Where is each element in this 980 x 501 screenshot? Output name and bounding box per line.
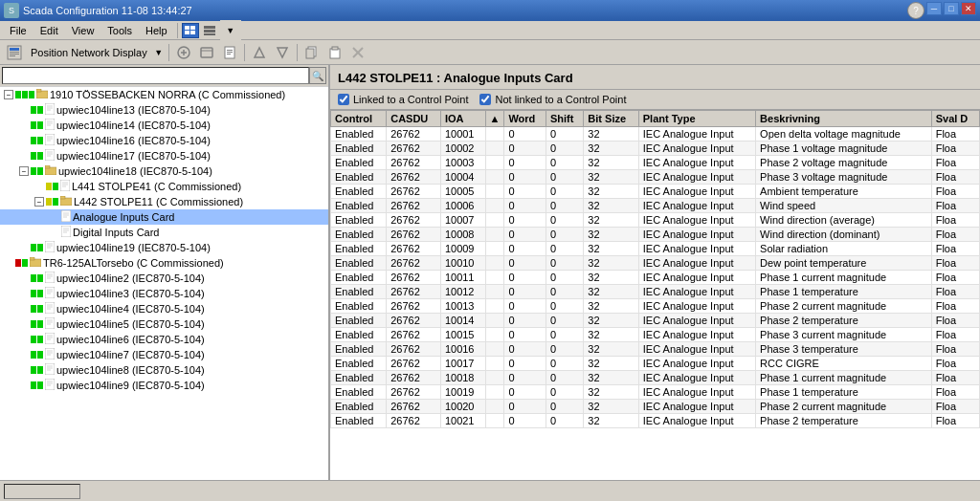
- table-container[interactable]: ControlCASDUIOA▲WordShiftBit SizePlant T…: [330, 110, 980, 480]
- table-cell-3-4: 0: [504, 170, 546, 185]
- tree-item-line5[interactable]: upwiec104line5 (IEC870-5-104): [0, 316, 328, 332]
- close-button[interactable]: ✕: [961, 2, 976, 15]
- table-row[interactable]: Enabled26762100140032IEC Analogue InputP…: [331, 314, 980, 328]
- tree-item-line19[interactable]: upwiec104line19 (IEC870-5-104): [0, 240, 328, 255]
- tree-item-label: upwiec104line4 (IEC870-5-104): [56, 303, 205, 315]
- table-cell-0-8: Open delta voltage magnitude: [756, 127, 932, 142]
- table-header-col-5[interactable]: Shift: [546, 111, 583, 127]
- table-row[interactable]: Enabled26762100060032IEC Analogue InputW…: [331, 199, 980, 213]
- filter-linked-checkbox[interactable]: [338, 94, 349, 105]
- tree-item-line14[interactable]: upwiec104line14 (IEC870-5-104): [0, 118, 328, 133]
- toolbar-btn-2[interactable]: [173, 42, 194, 63]
- table-header-col-1[interactable]: CASDU: [387, 111, 441, 127]
- search-button[interactable]: 🔍: [309, 67, 326, 84]
- svg-rect-9: [10, 52, 19, 53]
- table-row[interactable]: Enabled26762100190032IEC Analogue InputP…: [331, 385, 980, 400]
- tree-item-label: upwiec104line6 (IEC870-5-104): [56, 334, 205, 345]
- help-button[interactable]: ?: [907, 2, 924, 19]
- table-row[interactable]: Enabled26762100080032IEC Analogue InputW…: [331, 228, 980, 242]
- tree-item-L442[interactable]: −L442 STOLPE11 (C Commissioned): [0, 194, 328, 209]
- toolbar-copy-btn[interactable]: [301, 42, 323, 63]
- table-header-col-7[interactable]: Plant Type: [638, 111, 755, 127]
- table-row[interactable]: Enabled26762100100032IEC Analogue InputD…: [331, 256, 980, 271]
- search-input[interactable]: [2, 67, 309, 84]
- toolbar-paste-btn[interactable]: [324, 42, 345, 63]
- tree-item-line2[interactable]: upwiec104line2 (IEC870-5-104): [0, 271, 328, 286]
- toolbar-arrow-btn[interactable]: ▼: [220, 20, 241, 41]
- file-icon: [45, 241, 55, 254]
- tree-item-line4[interactable]: upwiec104line4 (IEC870-5-104): [0, 301, 328, 316]
- status-dot: [37, 305, 43, 313]
- tree-item-TR6[interactable]: TR6-125ALTorsebo (C Commissioned): [0, 255, 328, 271]
- table-header-col-0[interactable]: Control: [331, 111, 387, 127]
- table-row[interactable]: Enabled26762100150032IEC Analogue InputP…: [331, 328, 980, 342]
- tree-item-line18[interactable]: −upwiec104line18 (IEC870-5-104): [0, 163, 328, 179]
- table-cell-5-2: 10006: [440, 199, 485, 213]
- tree-item-line9[interactable]: upwiec104line9 (IEC870-5-104): [0, 378, 328, 393]
- tree-item-AnalogueInputs[interactable]: Analogue Inputs Card: [0, 209, 328, 225]
- expand-btn-1910[interactable]: −: [4, 90, 13, 99]
- tree-item-L441[interactable]: L441 STOLPE41 (C Commissioned): [0, 179, 328, 194]
- menu-tools[interactable]: Tools: [101, 23, 138, 38]
- toolbar-dropdown-arrow[interactable]: ▼: [153, 42, 165, 63]
- table-row[interactable]: Enabled26762100010032IEC Analogue InputO…: [331, 127, 980, 142]
- table-row[interactable]: Enabled26762100050032IEC Analogue InputA…: [331, 185, 980, 199]
- menu-edit[interactable]: Edit: [34, 23, 64, 38]
- toolbar-btn-3[interactable]: [196, 42, 217, 63]
- menu-file[interactable]: File: [4, 23, 33, 38]
- filter-unlinked-checkbox[interactable]: [479, 94, 491, 105]
- tree-item-1910[interactable]: −1910 TÖSSEBACKEN NORRA (C Commissioned): [0, 87, 328, 102]
- minimize-button[interactable]: ─: [926, 2, 942, 15]
- table-header-col-4[interactable]: Word: [504, 111, 546, 127]
- table-row[interactable]: Enabled26762100030032IEC Analogue InputP…: [331, 156, 980, 170]
- table-header-col-2[interactable]: IOA: [440, 111, 485, 127]
- expand-btn-line18[interactable]: −: [19, 166, 29, 176]
- table-cell-2-3: [485, 156, 504, 170]
- toolbar-btn-4[interactable]: [219, 42, 240, 63]
- toolbar-delete-btn[interactable]: [347, 42, 368, 63]
- table-cell-10-8: Phase 1 current magnitude: [756, 271, 932, 285]
- table-cell-2-2: 10003: [440, 156, 485, 170]
- tree-item-line8[interactable]: upwiec104line8 (IEC870-5-104): [0, 362, 328, 378]
- svg-rect-85: [45, 333, 55, 344]
- tree-item-line16[interactable]: upwiec104line16 (IEC870-5-104): [0, 133, 328, 148]
- toolbar-btn-5[interactable]: [249, 42, 270, 63]
- tree-container[interactable]: −1910 TÖSSEBACKEN NORRA (C Commissioned)…: [0, 87, 328, 480]
- tree-item-line7[interactable]: upwiec104line7 (IEC870-5-104): [0, 347, 328, 362]
- table-row[interactable]: Enabled26762100090032IEC Analogue InputS…: [331, 242, 980, 256]
- table-row[interactable]: Enabled26762100120032IEC Analogue InputP…: [331, 285, 980, 299]
- svg-rect-1: [190, 26, 195, 30]
- table-row[interactable]: Enabled26762100160032IEC Analogue InputP…: [331, 342, 980, 357]
- table-header-col-8[interactable]: Beskrivning: [756, 111, 932, 127]
- tree-item-label: upwiec104line8 (IEC870-5-104): [56, 364, 205, 376]
- tree-item-line3[interactable]: upwiec104line3 (IEC870-5-104): [0, 286, 328, 301]
- table-header-col-3[interactable]: ▲: [485, 111, 504, 127]
- toolbar-icon-1[interactable]: [4, 42, 25, 63]
- maximize-button[interactable]: □: [944, 2, 959, 15]
- tree-item-line6[interactable]: upwiec104line6 (IEC870-5-104): [0, 332, 328, 347]
- toolbar-btn-6[interactable]: [272, 42, 293, 63]
- tree-item-line13[interactable]: upwiec104line13 (IEC870-5-104): [0, 102, 328, 118]
- table-row[interactable]: Enabled26762100210032IEC Analogue InputP…: [331, 414, 980, 428]
- toolbar-grid-btn[interactable]: [182, 23, 199, 38]
- menu-help[interactable]: Help: [140, 23, 173, 38]
- table-row[interactable]: Enabled26762100170032IEC Analogue InputR…: [331, 357, 980, 371]
- status-dot: [22, 91, 28, 98]
- table-row[interactable]: Enabled26762100040032IEC Analogue InputP…: [331, 170, 980, 185]
- tree-item-line17[interactable]: upwiec104line17 (IEC870-5-104): [0, 148, 328, 163]
- toolbar-list-btn[interactable]: [201, 23, 218, 38]
- table-row[interactable]: Enabled26762100020032IEC Analogue InputP…: [331, 142, 980, 156]
- table-row[interactable]: Enabled26762100180032IEC Analogue InputP…: [331, 371, 980, 385]
- table-header-col-6[interactable]: Bit Size: [584, 111, 638, 127]
- table-cell-7-1: 26762: [387, 228, 441, 242]
- status-dot: [31, 152, 36, 160]
- table-row[interactable]: Enabled26762100200032IEC Analogue InputP…: [331, 400, 980, 414]
- status-dots-line13: [31, 106, 43, 114]
- table-row[interactable]: Enabled26762100110032IEC Analogue InputP…: [331, 271, 980, 285]
- table-row[interactable]: Enabled26762100070032IEC Analogue InputW…: [331, 213, 980, 228]
- table-header-col-9[interactable]: Sval D: [931, 111, 979, 127]
- menu-view[interactable]: View: [66, 23, 100, 38]
- table-row[interactable]: Enabled26762100130032IEC Analogue InputP…: [331, 299, 980, 314]
- tree-item-DigitalInputs[interactable]: Digital Inputs Card: [0, 225, 328, 240]
- expand-btn-L442[interactable]: −: [34, 197, 44, 207]
